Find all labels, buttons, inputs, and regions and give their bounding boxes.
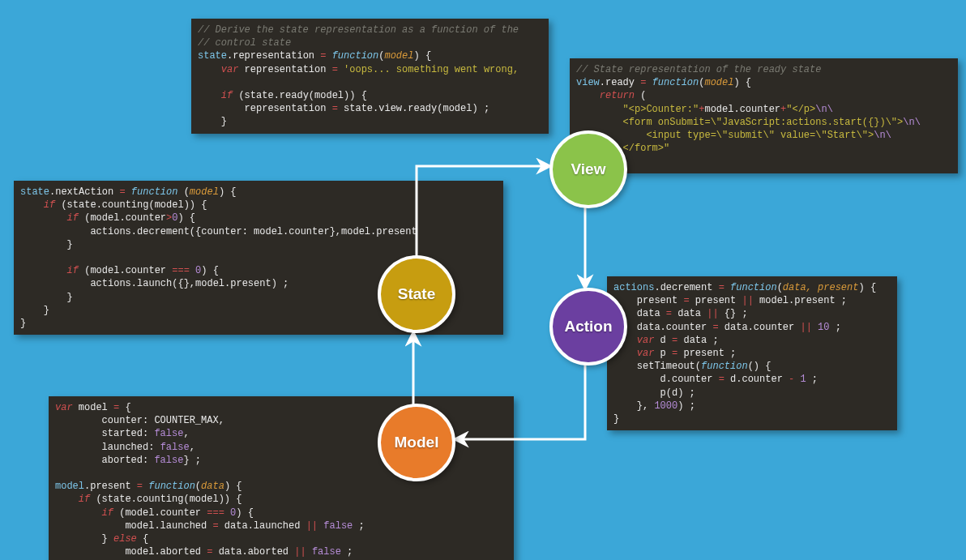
code-token: = <box>314 50 332 62</box>
model-node-label: Model <box>395 434 439 451</box>
code-token: if <box>79 494 90 505</box>
code-token: "<p>Counter:" <box>623 104 699 115</box>
model-node: Model <box>378 404 455 481</box>
code-token: ) { <box>413 50 431 62</box>
code-token: 1000 <box>654 400 677 412</box>
code-token: ; <box>829 322 840 333</box>
code-token: ( <box>635 90 646 101</box>
code-token: }, <box>613 400 654 412</box>
code-token: actions.decrement({counter: model.counte… <box>20 226 417 237</box>
code-token: data <box>201 481 224 492</box>
code-token: function <box>730 282 777 293</box>
code-token: false <box>312 546 341 558</box>
code-token: (model.counter <box>79 265 172 276</box>
view-node-label: View <box>571 160 606 178</box>
code-token: . <box>654 282 660 293</box>
code-token: if <box>67 265 79 276</box>
code-token: === <box>172 265 195 276</box>
code-token: present ; <box>683 348 736 359</box>
code-token: else <box>113 533 137 545</box>
code-token: ready <box>605 77 635 88</box>
code-token: representation <box>233 50 314 62</box>
code-token: counter: <box>55 415 154 426</box>
code-token: ( <box>177 186 189 198</box>
code-token: actions <box>613 282 654 293</box>
code-token: setTimeout( <box>613 361 701 372</box>
code-token: { <box>125 402 130 413</box>
code-token <box>198 90 221 101</box>
code-token: ) ; <box>677 400 695 412</box>
code-token: = <box>332 64 344 75</box>
code-token: p(d) ; <box>613 387 695 399</box>
code-token: 10 <box>818 322 829 333</box>
code-token: // Derive the state representation as a … <box>198 24 519 36</box>
code-token: representation <box>238 64 331 75</box>
code-token <box>20 265 67 276</box>
code-token: } <box>55 533 113 545</box>
code-token: (state.ready(model)) { <box>233 90 367 101</box>
code-token: // control state <box>198 37 291 49</box>
code-token: } ; <box>183 455 201 466</box>
code-token: ; <box>341 546 353 558</box>
code-token: = <box>683 295 695 306</box>
code-token: data.counter <box>724 322 801 333</box>
code-token: . <box>600 77 605 88</box>
code-token: state <box>198 50 227 62</box>
code-token: </form>" <box>623 143 670 154</box>
code-token: function <box>701 361 748 372</box>
code-token: model <box>73 402 113 413</box>
code-token: (state.counting(model)) { <box>90 494 242 505</box>
action-node: Action <box>549 288 627 365</box>
code-token: data.aborted <box>219 546 295 558</box>
code-token <box>20 199 44 211</box>
code-token: ) { <box>201 265 219 276</box>
code-token: } <box>20 292 73 303</box>
actions-decrement-code: actions.decrement = function(data, prese… <box>607 276 897 430</box>
code-token: <input type=\"submit\" value=\"Start\"> <box>646 130 874 141</box>
code-token: model <box>190 186 219 198</box>
code-token: ( <box>777 282 783 293</box>
code-token: , <box>190 442 195 453</box>
code-token: = <box>113 402 125 413</box>
code-token: data, present <box>783 282 859 293</box>
code-token: d.counter <box>613 374 719 385</box>
code-token: } <box>20 305 49 316</box>
code-token: model.launched <box>55 520 212 532</box>
code-token: false <box>154 455 183 466</box>
code-token: \n\ <box>815 104 833 115</box>
code-token: function <box>332 50 379 62</box>
code-token: // State representation of the ready sta… <box>576 64 821 75</box>
code-token: 'oops... something went wrong, <box>344 64 519 75</box>
code-token: || <box>707 308 724 319</box>
code-token: data <box>677 308 707 319</box>
code-token: data.launched <box>224 520 306 532</box>
code-token <box>576 104 623 115</box>
code-token <box>198 64 221 75</box>
code-token: ) { <box>733 77 751 88</box>
code-token: } <box>613 413 619 425</box>
state-node: State <box>378 255 455 333</box>
code-token: nextAction <box>55 186 113 198</box>
code-token: = <box>207 546 218 558</box>
code-token: model.counter <box>704 104 780 115</box>
code-token: {} ; <box>724 308 748 319</box>
code-token: = <box>131 481 149 492</box>
code-token: ( <box>195 481 201 492</box>
code-token: } <box>20 318 26 329</box>
code-token: model <box>55 481 84 492</box>
code-token: ) { <box>858 282 876 293</box>
code-token: || <box>742 295 759 306</box>
code-token: { <box>137 533 148 545</box>
code-token: = <box>113 186 131 198</box>
code-token: (model.counter <box>113 507 207 519</box>
view-node: View <box>549 130 627 208</box>
code-token: || <box>306 520 324 532</box>
code-token: data.counter <box>613 322 712 333</box>
code-token: if <box>221 90 233 101</box>
code-token: var <box>637 348 655 359</box>
code-token: view <box>576 77 600 88</box>
state-node-label: State <box>398 285 435 303</box>
code-token: model.present ; <box>759 295 847 306</box>
code-token: || <box>294 546 312 558</box>
code-token: || <box>800 322 818 333</box>
